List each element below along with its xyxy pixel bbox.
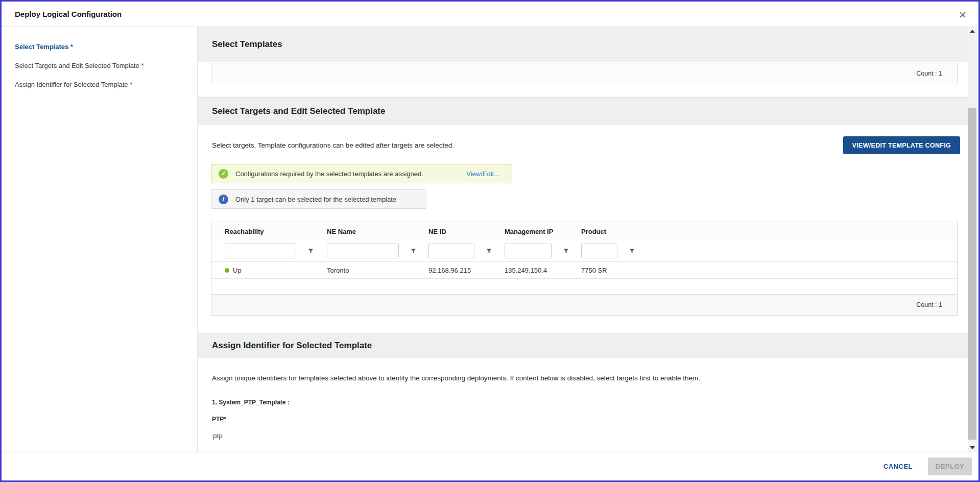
- cell-ne-name: Toronto: [327, 267, 428, 274]
- dialog-footer: CANCEL DEPLOY: [2, 452, 978, 480]
- cell-reachability: Up: [225, 267, 327, 274]
- success-alert-text: Configurations required by the selected …: [235, 170, 423, 178]
- filter-input-ne-id[interactable]: [428, 244, 474, 258]
- deploy-button[interactable]: DEPLOY: [928, 457, 972, 475]
- template-name-label: 1. System_PTP_Template :: [212, 399, 290, 406]
- filter-icon[interactable]: [307, 248, 314, 254]
- deploy-dialog: Deploy Logical Configuration ✕ Select Te…: [0, 0, 980, 482]
- section-title: Assign Identifier for Selected Template: [212, 341, 372, 351]
- dialog-content: Select Templates Count : 1 Select Target…: [198, 27, 968, 452]
- cell-management-ip: 135.249.150.4: [505, 267, 581, 274]
- filter-input-reachability[interactable]: [225, 244, 296, 258]
- column-header-product: Product: [581, 228, 957, 235]
- table-filter-row: [211, 240, 957, 262]
- dialog-titlebar: Deploy Logical Configuration ✕: [2, 2, 978, 27]
- check-icon: ✓: [219, 169, 228, 179]
- vertical-scrollbar[interactable]: [968, 27, 977, 452]
- filter-icon[interactable]: [563, 248, 569, 254]
- identifier-description: Assign unique identifiers for templates …: [212, 374, 952, 382]
- templates-table-footer: Count : 1: [211, 63, 958, 84]
- sidebar-item-select-targets[interactable]: Select Targets and Edit Selected Templat…: [15, 56, 197, 75]
- steps-sidebar: Select Templates * Select Targets and Ed…: [2, 27, 198, 452]
- cell-product: 7750 SR: [581, 267, 957, 274]
- targets-description: Select targets. Template configurations …: [212, 141, 454, 149]
- view-edit-template-config-button[interactable]: VIEW/EDIT TEMPLATE CONFIG: [843, 136, 960, 154]
- filter-icon[interactable]: [486, 248, 492, 254]
- scroll-up-icon[interactable]: [968, 27, 977, 35]
- filter-input-ne-name[interactable]: [327, 244, 399, 258]
- info-icon: i: [219, 195, 228, 204]
- success-alert: ✓ Configurations required by the selecte…: [211, 164, 512, 183]
- sidebar-item-assign-identifier[interactable]: Assign Identifier for Selected Template …: [15, 75, 197, 94]
- filter-icon[interactable]: [410, 248, 417, 254]
- section-header-select-templates: Select Templates: [198, 27, 968, 62]
- column-header-management-ip: Management IP: [505, 228, 581, 235]
- targets-count: Count : 1: [916, 301, 957, 308]
- section-header-assign-identifier: Assign Identifier for Selected Template: [198, 333, 968, 358]
- filter-input-product[interactable]: [581, 244, 617, 258]
- info-alert-text: Only 1 target can be selected for the se…: [235, 196, 396, 203]
- section-title: Select Targets and Edit Selected Templat…: [212, 106, 385, 116]
- targets-table-footer: Count : 1: [211, 294, 957, 315]
- info-alert: i Only 1 target can be selected for the …: [211, 189, 426, 209]
- scrollbar-thumb[interactable]: [968, 108, 976, 440]
- filter-icon[interactable]: [629, 248, 635, 254]
- ptp-field-value: ptp: [213, 432, 223, 440]
- targets-table: Reachability NE Name NE ID Management IP…: [211, 222, 958, 316]
- table-row[interactable]: Up Toronto 92.168.96.215 135.249.150.4 7…: [211, 262, 957, 279]
- dialog-title: Deploy Logical Configuration: [15, 10, 122, 18]
- column-header-reachability: Reachability: [225, 228, 327, 235]
- table-header-row: Reachability NE Name NE ID Management IP…: [211, 222, 957, 240]
- section-header-select-targets: Select Targets and Edit Selected Templat…: [198, 97, 968, 125]
- sidebar-item-select-templates[interactable]: Select Templates *: [15, 37, 197, 56]
- templates-count: Count : 1: [916, 70, 957, 77]
- status-up-dot-icon: [225, 268, 229, 273]
- ptp-field-label: PTP*: [212, 416, 226, 423]
- cancel-button[interactable]: CANCEL: [883, 463, 913, 470]
- section-title: Select Templates: [212, 39, 282, 50]
- close-icon[interactable]: ✕: [956, 8, 969, 21]
- filter-input-management-ip[interactable]: [505, 244, 552, 258]
- column-header-ne-id: NE ID: [428, 228, 505, 235]
- view-edit-link[interactable]: View/Edit...: [466, 170, 499, 178]
- column-header-ne-name: NE Name: [327, 228, 428, 235]
- cell-ne-id: 92.168.96.215: [428, 267, 505, 274]
- scroll-down-icon[interactable]: [968, 444, 977, 452]
